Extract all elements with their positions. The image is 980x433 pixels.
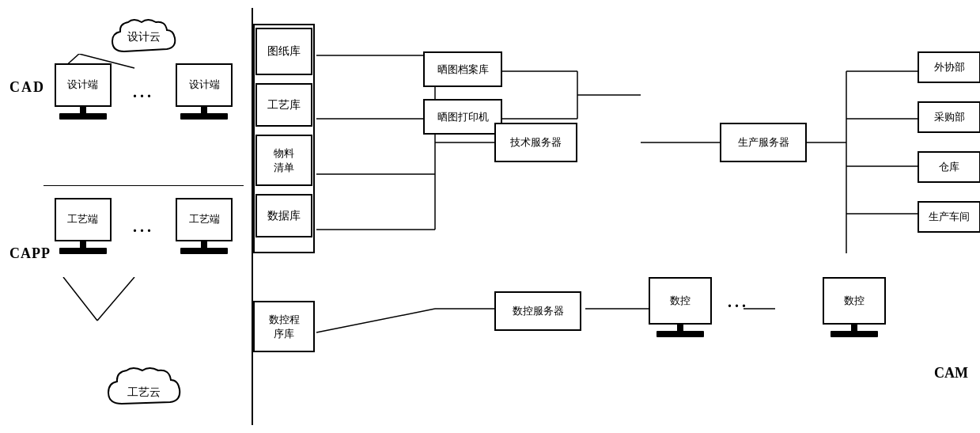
capp-monitor-stand-2	[180, 241, 228, 254]
production-server-box: 生产服务器	[720, 123, 807, 162]
nc-monitor-1: 数控	[649, 277, 712, 337]
monitor-stand-2	[180, 107, 228, 120]
nc-server-box: 数控服务器	[494, 291, 581, 331]
right-side: 图纸库 工艺库 物料 清单 数据库 数控程 序库 晒图档案库 晒图打印机 技术服…	[253, 8, 972, 425]
capp-neck-2	[201, 241, 207, 248]
cad-terminal-2: 设计端	[176, 63, 233, 120]
monitor-base-1	[59, 113, 107, 120]
capp-terminal-2: 工艺端	[176, 198, 233, 254]
nc-monitor-2: 数控	[823, 277, 886, 337]
cad-screen-1: 设计端	[55, 63, 112, 107]
capp-screen-2: 工艺端	[176, 198, 233, 241]
main-container: CAD CAPP 设计云 设计端	[0, 0, 980, 433]
process-lib-box: 工艺库	[255, 83, 312, 127]
capp-base-1	[59, 248, 107, 254]
capp-monitor-stand-1	[59, 241, 107, 254]
tech-server-box: 技术服务器	[494, 123, 577, 162]
nc-neck-1	[677, 325, 683, 331]
dept-ext-box: 外协部	[918, 51, 980, 83]
svg-line-2	[63, 277, 97, 321]
dept-production-box: 生产车间	[918, 201, 980, 233]
capp-neck-1	[80, 241, 86, 248]
nc-screen-1: 数控	[649, 277, 712, 325]
left-side: CAD CAPP 设计云 设计端	[8, 8, 253, 425]
cad-section: 设计云 设计端 ···	[44, 16, 244, 186]
monitor-to-cloud-lines	[44, 277, 244, 356]
svg-line-21	[316, 309, 435, 332]
bom-box: 物料 清单	[255, 135, 312, 186]
capp-terminal-1: 工艺端	[55, 198, 112, 254]
blueprint-printer-box: 晒图打印机	[423, 99, 502, 135]
nc-program-box: 数控程 序库	[253, 301, 315, 352]
nc-base-1	[656, 331, 704, 337]
cad-terminal-1: 设计端	[55, 63, 112, 120]
blueprint-archive-box: 晒图档案库	[423, 51, 502, 87]
drawing-lib-box: 图纸库	[255, 28, 312, 75]
monitor-base-2	[180, 113, 228, 120]
database-box: 数据库	[255, 194, 312, 237]
svg-line-3	[97, 277, 134, 321]
design-cloud-label: 设计云	[127, 30, 161, 44]
process-cloud-label: 工艺云	[127, 386, 161, 400]
dept-warehouse-box: 仓库	[918, 151, 980, 183]
capp-terminals: 工艺端 ··· 工艺端	[44, 198, 244, 254]
monitor-neck-2	[201, 107, 207, 113]
monitor-stand-1	[59, 107, 107, 120]
nc-base-2	[831, 331, 878, 337]
dept-purchase-box: 采购部	[918, 101, 980, 133]
cad-terminals: 设计端 ··· 设计端	[44, 63, 244, 120]
monitor-neck-1	[80, 107, 86, 113]
capp-base-2	[180, 248, 228, 254]
nc-screen-2: 数控	[823, 277, 886, 325]
cad-label: CAD	[9, 79, 45, 96]
capp-section: 工艺端 ··· 工艺端	[44, 190, 244, 427]
cad-screen-2: 设计端	[176, 63, 233, 107]
cam-label: CAM	[934, 365, 968, 382]
capp-screen-1: 工艺端	[55, 198, 112, 241]
capp-dots: ···	[133, 222, 154, 240]
nc-neck-2	[851, 325, 857, 331]
cad-dots: ···	[133, 87, 154, 105]
connections-svg	[253, 8, 972, 425]
nc-dots: ···	[728, 297, 749, 315]
